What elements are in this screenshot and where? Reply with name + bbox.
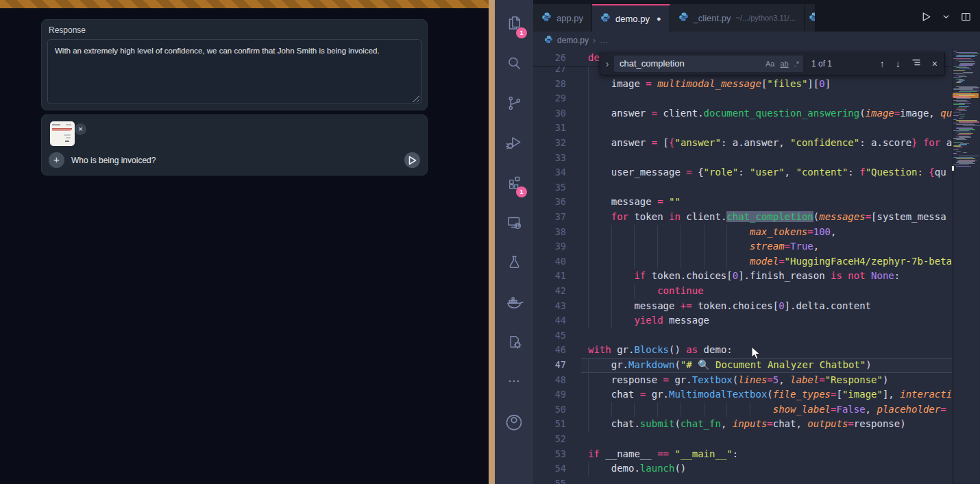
activity-docker[interactable]	[495, 285, 533, 321]
activity-source-control[interactable]	[495, 86, 533, 122]
search-match: chat_completion	[726, 211, 813, 222]
activity-search[interactable]	[495, 47, 533, 82]
breadcrumb-more[interactable]: …	[600, 36, 608, 45]
code-line-37[interactable]: 37 for token in client.chat_completion(m…	[533, 210, 952, 225]
line-content	[588, 432, 952, 447]
breadcrumb-file[interactable]: demo.py	[557, 36, 589, 45]
activity-explorer[interactable]: 1	[495, 7, 533, 43]
breadcrumb[interactable]: demo.py › …	[533, 32, 980, 49]
code-line-53[interactable]: 53if __name__ == "__main__":	[533, 447, 952, 462]
code-area[interactable]: 2728 image = multimodal_message["files"]…	[533, 49, 952, 484]
find-next-button[interactable]: ↓	[896, 58, 901, 69]
activity-extensions[interactable]: 1	[495, 166, 533, 202]
code-line-45[interactable]: 45	[533, 328, 952, 343]
activity-account[interactable]	[495, 404, 533, 440]
find-query[interactable]: chat_completion	[620, 58, 760, 69]
indent-guide	[611, 299, 612, 314]
code-line-31[interactable]: 31	[533, 121, 952, 136]
indent-guide	[681, 254, 681, 269]
line-content	[588, 476, 952, 484]
whole-word-toggle[interactable]: ab	[780, 60, 788, 68]
code-editor[interactable]: 2728 image = multimodal_message["files"]…	[533, 49, 980, 484]
line-number: 41	[533, 269, 566, 284]
search-icon	[505, 54, 523, 75]
code-line-44[interactable]: 44 yield message	[533, 313, 952, 328]
activity-file-gear[interactable]	[495, 325, 533, 361]
indent-guide	[588, 284, 589, 299]
tab-_client.py[interactable]: _client.py~/.../python3.11/...	[670, 4, 805, 32]
python-file-icon	[544, 35, 553, 46]
activity-run-debug[interactable]	[495, 126, 533, 162]
add-file-button[interactable]: +	[49, 152, 64, 168]
attached-image-thumbnail[interactable]: ×	[50, 121, 75, 146]
tab-app.py[interactable]: app.py	[533, 4, 592, 32]
line-content: yield message	[588, 313, 952, 328]
indent-guide	[588, 461, 589, 476]
code-line-48[interactable]: 48 response = gr.Textbox(lines=5, label=…	[533, 373, 952, 388]
send-button[interactable]	[404, 152, 420, 168]
activity-testing[interactable]	[495, 245, 533, 281]
line-number: 34	[533, 165, 566, 180]
find-previous-button[interactable]: ↑	[880, 58, 885, 69]
resize-grip[interactable]	[413, 95, 419, 102]
python-file-icon	[678, 12, 689, 24]
activity-more[interactable]	[495, 365, 533, 400]
code-line-49[interactable]: 49 chat = gr.MultimodalTextbox(file_type…	[533, 387, 952, 402]
code-line-32[interactable]: 32 answer = [{"answer": a.answer, "confi…	[533, 136, 952, 151]
code-line-42[interactable]: 42 continue	[533, 284, 952, 299]
code-line-38[interactable]: 38 max_tokens=100,	[533, 225, 952, 240]
line-content	[588, 151, 952, 166]
code-line-46[interactable]: 46with gr.Blocks() as demo:	[533, 343, 952, 358]
code-line-29[interactable]: 29	[533, 91, 952, 106]
code-line-36[interactable]: 36 message = ""	[533, 195, 952, 210]
chat-message-input[interactable]: Who is being invoiced?	[71, 156, 156, 165]
window-edge	[489, 0, 495, 484]
chat-input-panel: × + Who is being invoiced?	[41, 114, 428, 176]
line-content: max_tokens=100,	[588, 225, 952, 240]
run-button[interactable]	[919, 10, 932, 26]
code-line-51[interactable]: 51 chat.submit(chat_fn, inputs=chat, out…	[533, 417, 952, 432]
code-line-39[interactable]: 39 stream=True,	[533, 239, 952, 254]
tab-demo.py[interactable]: demo.py●	[592, 4, 670, 32]
find-widget: › chat_completion Aa ab .* 1 of 1 ↑ ↓ ×	[600, 52, 945, 75]
line-number: 55	[533, 476, 566, 484]
code-line-30[interactable]: 30 answer = client.document_question_ans…	[533, 106, 952, 121]
find-expand-toggle[interactable]: ›	[600, 58, 614, 69]
line-content: demo.launch()	[588, 461, 952, 476]
find-in-selection-button[interactable]	[911, 58, 921, 69]
code-line-35[interactable]: 35	[533, 180, 952, 195]
code-line-54[interactable]: 54 demo.launch()	[533, 461, 952, 476]
activity-remote-explorer[interactable]	[495, 206, 533, 241]
match-case-toggle[interactable]: Aa	[765, 60, 774, 68]
code-line-41[interactable]: 41 if token.choices[0].finish_reason is …	[533, 269, 952, 284]
line-number: 30	[533, 106, 566, 121]
line-content: chat = gr.MultimodalTextbox(file_types=[…	[588, 387, 952, 402]
code-line-34[interactable]: 34 user_message = {"role": "user", "cont…	[533, 165, 952, 180]
tab-bar-fill	[816, 4, 911, 32]
python-file-icon	[541, 12, 552, 24]
code-line-55[interactable]: 55	[533, 476, 952, 484]
code-line-43[interactable]: 43 message += token.choices[0].delta.con…	[533, 299, 952, 314]
code-line-28[interactable]: 28 image = multimodal_message["files"][0…	[533, 77, 952, 92]
code-line-33[interactable]: 33	[533, 151, 952, 166]
run-dropdown-button[interactable]	[942, 12, 951, 24]
line-number: 46	[533, 343, 566, 358]
code-line-47[interactable]: 47 gr.Markdown("# 🔍 Document Analyzer Ch…	[533, 358, 952, 373]
response-textarea[interactable]: With an extremely high level of confiden…	[47, 39, 421, 104]
minimap[interactable]	[952, 49, 980, 484]
find-close-button[interactable]: ×	[932, 58, 938, 69]
line-number: 33	[533, 151, 566, 166]
mouse-cursor	[751, 346, 762, 361]
code-line-40[interactable]: 40 model="HuggingFaceH4/zephyr-7b-beta"	[533, 254, 952, 269]
line-number: 49	[533, 387, 566, 402]
tab-label: demo.py	[615, 14, 650, 24]
editor-group: app.pydemo.py●_client.py~/.../python3.11…	[533, 0, 980, 484]
find-input[interactable]: chat_completion Aa ab .*	[614, 56, 803, 72]
tab-partial[interactable]	[805, 4, 816, 32]
line-number: 39	[533, 239, 566, 254]
remove-attachment-button[interactable]: ×	[75, 123, 86, 135]
code-line-52[interactable]: 52	[533, 432, 952, 447]
regex-toggle[interactable]: .*	[794, 60, 799, 68]
split-editor-button[interactable]	[960, 11, 972, 25]
code-line-50[interactable]: 50 show_label=False, placeholder=	[533, 402, 952, 418]
